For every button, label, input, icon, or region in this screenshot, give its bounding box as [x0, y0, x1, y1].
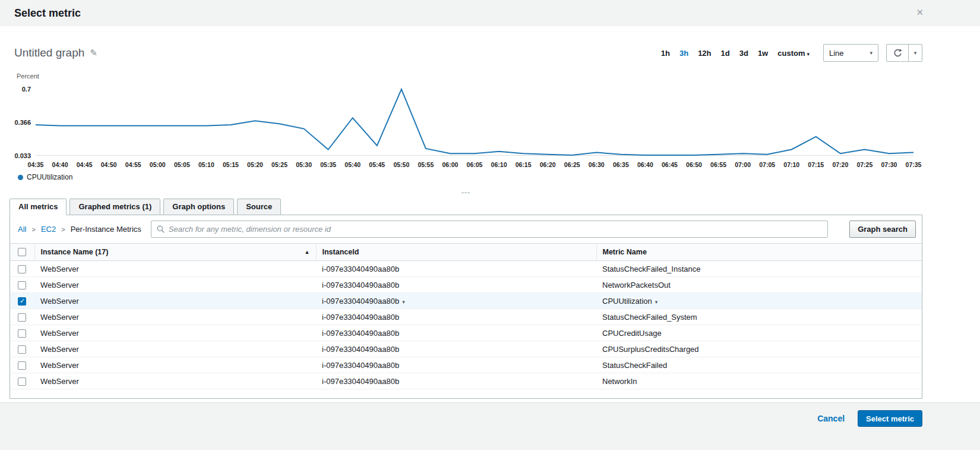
metric-name-value: CPUCreditUsage	[602, 329, 662, 338]
instance-id-value: i-097e33040490aa80b	[322, 361, 399, 370]
refresh-button-group: ▾	[886, 44, 922, 62]
table-row[interactable]: WebServer i-097e33040490aa80b▾ StatusChe…	[10, 261, 922, 277]
row-checkbox[interactable]	[18, 313, 26, 322]
tab-source[interactable]: Source	[237, 199, 281, 215]
metric-name-cell[interactable]: CPUCreditUsage▾	[596, 325, 922, 341]
instance-id-cell[interactable]: i-097e33040490aa80b▾	[316, 325, 596, 341]
table-row[interactable]: WebServer i-097e33040490aa80b▾ NetworkPa…	[10, 277, 922, 293]
close-icon[interactable]: ✕	[916, 8, 924, 17]
instance-name-value: WebServer	[40, 313, 79, 322]
x-tick-label: 04:45	[77, 161, 93, 168]
caret-down-icon: ▾	[807, 51, 810, 57]
legend-label[interactable]: CPUUtilization	[27, 173, 72, 181]
time-range-custom[interactable]: custom▾	[777, 49, 810, 58]
refresh-dropdown-button[interactable]: ▾	[909, 44, 922, 62]
row-checkbox[interactable]	[18, 297, 26, 306]
time-range-1d[interactable]: 1d	[721, 49, 730, 58]
column-header-instance-id[interactable]: InstanceId	[316, 244, 596, 261]
metric-name-cell[interactable]: StatusCheckFailed_Instance▾	[596, 261, 922, 277]
time-range-3h[interactable]: 3h	[679, 49, 688, 58]
instance-id-cell[interactable]: i-097e33040490aa80b▾	[316, 261, 596, 277]
x-tick-label: 06:45	[662, 161, 678, 168]
table-row[interactable]: WebServer i-097e33040490aa80b▾ CPUCredit…	[10, 325, 922, 341]
instance-name-cell[interactable]: WebServer	[34, 293, 316, 309]
search-input[interactable]	[169, 225, 822, 234]
metric-name-value: NetworkIn	[602, 377, 637, 386]
instance-id-cell[interactable]: i-097e33040490aa80b▾	[316, 341, 596, 357]
instance-id-cell[interactable]: i-097e33040490aa80b▾	[316, 277, 596, 293]
edit-pencil-icon[interactable]: ✎	[90, 48, 97, 58]
instance-name-cell[interactable]: WebServer	[34, 357, 316, 373]
x-tick-label: 07:25	[856, 161, 872, 168]
x-tick-label: 06:00	[442, 161, 459, 168]
metric-name-cell[interactable]: CPUUtilization▾	[596, 293, 922, 309]
tab-graphed-metrics-1-[interactable]: Graphed metrics (1)	[69, 199, 160, 215]
instance-id-cell[interactable]: i-097e33040490aa80b▾	[316, 293, 596, 309]
x-tick-label: 05:20	[247, 161, 263, 168]
row-checkbox[interactable]	[18, 345, 26, 354]
chevron-down-icon: ▾	[870, 50, 872, 56]
x-tick-label: 04:55	[125, 161, 141, 168]
instance-name-cell[interactable]: WebServer	[34, 341, 316, 357]
sort-asc-icon[interactable]: ▲	[305, 249, 310, 255]
instance-id-cell[interactable]: i-097e33040490aa80b▾	[316, 357, 596, 373]
instance-name-cell[interactable]: WebServer	[34, 373, 316, 389]
instance-name-cell[interactable]: WebServer	[34, 277, 316, 293]
time-range-12h[interactable]: 12h	[698, 49, 711, 58]
x-tick-label: 04:35	[28, 161, 44, 168]
refresh-button[interactable]	[886, 44, 909, 62]
dropdown-caret-icon[interactable]: ▾	[655, 299, 658, 305]
instance-name-value: WebServer	[40, 345, 79, 354]
x-tick-label: 05:15	[223, 161, 239, 168]
row-checkbox[interactable]	[18, 361, 26, 370]
instance-id-cell[interactable]: i-097e33040490aa80b▾	[316, 373, 596, 389]
instance-id-value: i-097e33040490aa80b	[322, 297, 399, 306]
table-row[interactable]: WebServer i-097e33040490aa80b▾ NetworkIn…	[10, 373, 922, 389]
metric-name-cell[interactable]: NetworkPacketsOut▾	[596, 277, 922, 293]
instance-name-cell[interactable]: WebServer	[34, 309, 316, 325]
chart-type-select[interactable]: Line ▾	[823, 44, 878, 62]
row-checkbox[interactable]	[18, 329, 26, 338]
graph-search-button[interactable]: Graph search	[849, 221, 916, 238]
select-all-checkbox[interactable]	[18, 248, 26, 256]
row-checkbox[interactable]	[18, 377, 26, 386]
instance-name-value: WebServer	[40, 377, 79, 386]
x-tick-label: 07:10	[783, 161, 799, 168]
row-checkbox[interactable]	[18, 265, 26, 273]
x-tick-label: 07:35	[906, 161, 922, 168]
x-tick-label: 06:10	[491, 161, 507, 168]
cancel-button[interactable]: Cancel	[817, 410, 845, 427]
time-range-3d[interactable]: 3d	[739, 49, 748, 58]
breadcrumb-link-all[interactable]: All	[18, 225, 26, 234]
breadcrumb-link-ec2[interactable]: EC2	[41, 225, 56, 234]
metric-name-cell[interactable]: CPUSurplusCreditsCharged▾	[596, 341, 922, 357]
metric-name-cell[interactable]: NetworkIn▾	[596, 373, 922, 389]
x-tick-label: 06:35	[613, 161, 629, 168]
resize-handle-icon[interactable]: ---	[10, 189, 922, 197]
x-tick-label: 05:25	[271, 161, 287, 168]
select-metric-button[interactable]: Select metric	[858, 410, 922, 427]
tab-graph-options[interactable]: Graph options	[163, 199, 234, 215]
x-tick-label: 06:15	[516, 161, 532, 168]
y-axis-unit-label: Percent	[17, 73, 39, 80]
time-range-1h[interactable]: 1h	[661, 49, 670, 58]
column-header-metric-name[interactable]: Metric Name	[596, 244, 922, 261]
metric-name-cell[interactable]: StatusCheckFailed_System▾	[596, 309, 922, 325]
x-tick-label: 07:20	[832, 161, 848, 168]
table-row[interactable]: WebServer i-097e33040490aa80b▾ StatusChe…	[10, 357, 922, 373]
column-header-instance-name[interactable]: Instance Name (17) ▲	[34, 244, 316, 261]
instance-name-cell[interactable]: WebServer	[34, 261, 316, 277]
tab-all-metrics[interactable]: All metrics	[10, 199, 67, 215]
row-checkbox[interactable]	[18, 281, 26, 289]
table-row[interactable]: WebServer i-097e33040490aa80b▾ StatusChe…	[10, 309, 922, 325]
instance-name-cell[interactable]: WebServer	[34, 325, 316, 341]
dialog-header: Select metric ✕	[0, 0, 980, 26]
instance-id-cell[interactable]: i-097e33040490aa80b▾	[316, 309, 596, 325]
time-range-1w[interactable]: 1w	[758, 49, 768, 58]
table-row[interactable]: WebServer i-097e33040490aa80b▾ CPUUtiliz…	[10, 293, 922, 309]
table-row[interactable]: WebServer i-097e33040490aa80b▾ CPUSurplu…	[10, 341, 922, 357]
metric-name-cell[interactable]: StatusCheckFailed▾	[596, 357, 922, 373]
x-tick-label: 06:05	[467, 161, 483, 168]
dropdown-caret-icon[interactable]: ▾	[402, 299, 405, 305]
x-tick-label: 04:50	[101, 161, 117, 168]
